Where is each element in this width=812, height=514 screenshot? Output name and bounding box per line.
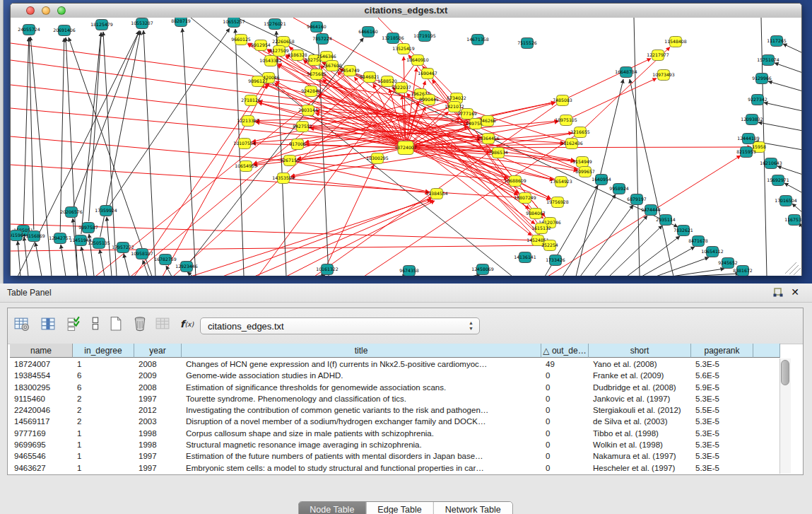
black-edge[interactable]: [764, 103, 801, 111]
column-header-pagerank[interactable]: pagerank: [691, 344, 753, 358]
graph-node-label: 1690467: [418, 71, 437, 76]
table-panel-title: Table Panel: [7, 288, 52, 298]
table-cell: Wolkin et al. (1998): [589, 439, 691, 450]
table-settings-icon[interactable]: [13, 316, 33, 336]
close-panel-icon[interactable]: ✕: [789, 286, 801, 298]
graph-node-label: 15276021: [264, 21, 286, 26]
table-cell: Estimation of significance thresholds fo…: [182, 382, 541, 393]
float-panel-icon[interactable]: [772, 287, 784, 298]
function-icon[interactable]: f(x): [179, 316, 199, 336]
table-cell: 2: [73, 404, 134, 416]
black-edge[interactable]: [783, 44, 801, 53]
black-edge[interactable]: [61, 245, 66, 276]
black-edge[interactable]: [35, 243, 42, 276]
black-edge[interactable]: [18, 241, 20, 276]
network-canvas[interactable]: 2405572420691406181254791055328788287191…: [11, 18, 801, 276]
column-header-short[interactable]: short: [589, 344, 691, 358]
red-edge[interactable]: [191, 199, 431, 276]
red-edge[interactable]: [131, 77, 370, 276]
graph-node-label: 16162436: [560, 141, 583, 146]
table-source-select[interactable]: citations_edges.txt ▲▼: [200, 317, 480, 334]
black-edge[interactable]: [166, 266, 172, 276]
table-row[interactable]: 946554611997Estimation of the future num…: [10, 450, 791, 462]
graph-node-label: 8912954: [251, 42, 271, 47]
column-header-name[interactable]: name: [10, 344, 73, 358]
column-header-out_de…[interactable]: △ out_de…: [541, 344, 589, 358]
table-cell: 5.3E-5: [691, 428, 753, 439]
red-edge[interactable]: [305, 144, 399, 147]
graph-node-label: 22260658: [272, 39, 295, 44]
red-edge[interactable]: [572, 78, 657, 118]
table-row[interactable]: 1938455462009Genome-wide association stu…: [10, 370, 791, 381]
import-table-icon: [155, 316, 175, 336]
red-edge[interactable]: [11, 136, 515, 181]
graph-node-label: 2935114: [656, 217, 676, 222]
black-edge[interactable]: [103, 32, 117, 276]
red-edge[interactable]: [568, 59, 651, 98]
black-edge[interactable]: [656, 257, 709, 276]
tab-network-table[interactable]: Network Table: [434, 502, 512, 514]
black-edge[interactable]: [777, 166, 801, 175]
table-scrollbar[interactable]: [779, 358, 791, 474]
graph-node-label: 746266: [479, 118, 496, 123]
table-scrollbar-thumb[interactable]: [781, 360, 789, 385]
column-header-title[interactable]: title: [182, 344, 541, 358]
resize-grip-icon[interactable]: [789, 265, 799, 274]
table-toolbar: f(x) citations_edges.txt ▲▼: [8, 308, 803, 344]
red-edge[interactable]: [412, 147, 751, 148]
network-view-window[interactable]: citations_edges.txt 24055724206914061812…: [10, 3, 802, 276]
table-cell: 5.3E-5: [691, 416, 753, 427]
black-edge[interactable]: [768, 81, 801, 91]
graph-node-label: 917006: [289, 141, 306, 146]
black-edge[interactable]: [235, 29, 244, 276]
black-edge[interactable]: [89, 33, 102, 221]
delete-icon[interactable]: [132, 316, 152, 336]
graph-node-label: 6734022: [447, 95, 466, 100]
black-edge[interactable]: [81, 247, 87, 276]
tab-edge-table[interactable]: Edge Table: [366, 502, 433, 514]
column-header-in_degree[interactable]: in_degree: [73, 344, 134, 358]
black-edge[interactable]: [73, 30, 139, 206]
column-header-filler[interactable]: [753, 344, 780, 358]
table-row[interactable]: 911546021997Tourette syndrome. Phenomeno…: [10, 393, 791, 404]
table-column-icon[interactable]: [40, 316, 60, 336]
graph-node-label: 8427552: [293, 124, 312, 129]
black-edge[interactable]: [563, 194, 616, 276]
column-header-year[interactable]: year: [134, 344, 182, 358]
black-edge[interactable]: [100, 250, 105, 276]
red-edge[interactable]: [290, 179, 429, 193]
table-row[interactable]: 1872400712008Changes of HCN gene express…: [10, 358, 791, 370]
graph-node-label: 9896127: [248, 78, 268, 83]
black-edge[interactable]: [775, 63, 801, 73]
new-document-icon[interactable]: [108, 316, 128, 336]
graph-node-label: 2803144: [298, 107, 318, 112]
black-edge[interactable]: [686, 274, 739, 276]
black-edge[interactable]: [634, 18, 640, 276]
select-rows-icon[interactable]: [66, 316, 86, 336]
resize-grip-icon[interactable]: [785, 262, 796, 274]
table-panel-header[interactable]: Table Panel ✕: [0, 284, 812, 303]
black-edge[interactable]: [784, 183, 801, 193]
black-edge[interactable]: [580, 205, 633, 276]
black-edge[interactable]: [758, 122, 801, 131]
tab-node-table[interactable]: Node Table: [298, 502, 366, 514]
red-edge[interactable]: [286, 201, 435, 276]
table-row[interactable]: 969969511998Structural magnetic resonanc…: [10, 439, 791, 450]
table-panel-body: f(x) citations_edges.txt ▲▼ namein_degre…: [7, 308, 804, 475]
row-height-icon[interactable]: [88, 316, 108, 336]
black-edge[interactable]: [23, 37, 28, 224]
table-row[interactable]: 1456911722003Disruption of a novel membe…: [10, 416, 791, 427]
table-row[interactable]: 946362711997Embryonic stem cells: a mode…: [10, 462, 791, 474]
window-titlebar[interactable]: citations_edges.txt: [11, 4, 801, 18]
black-edge[interactable]: [81, 33, 101, 234]
black-edge[interactable]: [124, 254, 129, 276]
table-cell: 2: [73, 416, 134, 427]
graph-node-label: 16648784: [615, 69, 637, 74]
table-row[interactable]: 977716911998Corpus callosum shape and si…: [10, 428, 791, 439]
collapsed-panel-strip[interactable]: [0, 0, 4, 284]
black-edge[interactable]: [187, 272, 193, 276]
table-row[interactable]: 1830029562008Estimation of significance …: [10, 382, 791, 393]
table-row[interactable]: 2242004622012Investigating the contribut…: [10, 404, 791, 416]
red-edge[interactable]: [252, 102, 555, 165]
black-edge[interactable]: [792, 204, 801, 213]
